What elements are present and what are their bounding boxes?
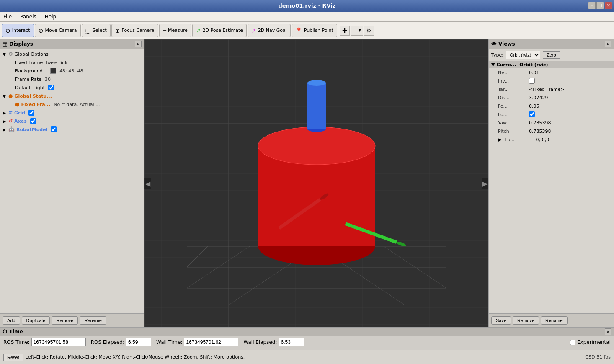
fo3-expand[interactable]: ▶ <box>498 137 501 142</box>
current-view-expand[interactable]: ▼ <box>491 62 495 67</box>
fo2-label: Fo... <box>498 112 527 117</box>
global-status-item[interactable]: ▼ ● Global Statu... <box>0 92 144 100</box>
views-prop-fo1[interactable]: Fo... 0.05 <box>495 102 614 110</box>
fixed-frame-status-item[interactable]: ● Fixed Fra... No tf data. Actual ... <box>7 100 144 108</box>
time-panel: ⏱ Time ✕ ROS Time: ROS Elapsed: Wall Tim… <box>0 327 614 350</box>
views-rename-button[interactable]: Rename <box>541 316 568 325</box>
global-status-icon: ● <box>8 93 13 99</box>
grid-item[interactable]: ▶ # Grid <box>0 108 144 117</box>
time-icon: ⏱ <box>3 329 8 335</box>
ros-elapsed-input[interactable] <box>126 338 151 346</box>
ros-time-field: ROS Time: <box>3 338 86 346</box>
axes-item[interactable]: ▶ ↺ Axes <box>0 117 144 125</box>
time-title: Time <box>9 329 23 335</box>
measure-button[interactable]: ═ Measure <box>159 24 191 37</box>
duplicate-button[interactable]: Duplicate <box>22 316 50 325</box>
global-options-label: Global Options <box>15 52 49 57</box>
views-prop-tar[interactable]: Tar... <Fixed Frame> <box>495 85 614 93</box>
global-status-expand[interactable]: ▼ <box>2 94 7 98</box>
rename-button[interactable]: Rename <box>80 316 106 325</box>
svg-point-16 <box>307 80 326 86</box>
default-light-item[interactable]: Default Light <box>7 83 144 92</box>
publish-point-icon: 📍 <box>295 27 302 34</box>
ros-time-label: ROS Time: <box>3 339 30 345</box>
time-close-button[interactable]: ✕ <box>605 328 611 335</box>
axes-checkbox[interactable] <box>30 118 36 124</box>
current-view-header: ▼ Curre... Orbit (rviz) <box>489 61 614 68</box>
menu-help[interactable]: Help <box>43 13 58 20</box>
views-save-button[interactable]: Save <box>491 316 511 325</box>
global-options-item[interactable]: ▼ ⚙ Global Options <box>0 50 144 58</box>
add-button[interactable]: Add <box>3 316 20 325</box>
background-label: Background... <box>15 68 47 74</box>
global-options-expand[interactable]: ▼ <box>2 52 7 57</box>
views-prop-dis[interactable]: Dis... 3.07429 <box>495 93 614 102</box>
axes-expand[interactable]: ▶ <box>2 119 7 124</box>
grid-checkbox[interactable] <box>28 110 34 116</box>
views-close-button[interactable]: ✕ <box>605 41 611 47</box>
grid-expand[interactable]: ▶ <box>2 111 7 115</box>
viewport-arrow-right[interactable]: ▶ <box>482 178 488 189</box>
current-view-label: Curre... <box>496 62 516 67</box>
svg-rect-15 <box>307 83 326 129</box>
views-type-select[interactable]: Orbit (rviz) <box>506 51 540 59</box>
publish-point-button[interactable]: 📍 Publish Point <box>292 24 337 37</box>
views-prop-fo2[interactable]: Fo... <box>495 110 614 119</box>
menu-file[interactable]: File <box>2 13 13 20</box>
fo1-label: Fo... <box>498 103 527 109</box>
wall-time-input[interactable] <box>184 338 238 346</box>
fo2-checkbox[interactable] <box>529 111 535 117</box>
global-options-children: Fixed Frame base_link Background... 48; … <box>7 58 144 92</box>
default-light-checkbox[interactable] <box>48 85 54 90</box>
views-prop-yaw[interactable]: Yaw 0.785398 <box>495 119 614 127</box>
focus-camera-button[interactable]: ⊕ Focus Camera <box>111 24 158 37</box>
add-display-button[interactable]: ✚ <box>340 26 350 36</box>
nav-goal-button[interactable]: ↗ 2D Nav Goal <box>248 24 291 37</box>
views-prop-pitch[interactable]: Pitch 0.785398 <box>495 127 614 135</box>
wall-elapsed-input[interactable] <box>279 338 304 346</box>
scene-container <box>144 39 488 327</box>
fixed-frame-item[interactable]: Fixed Frame base_link <box>7 58 144 67</box>
ros-time-input[interactable] <box>31 338 86 346</box>
viewport-arrow-left[interactable]: ◀ <box>144 178 151 189</box>
camera-settings-button[interactable]: ⚙ <box>364 26 374 36</box>
interact-button[interactable]: ⊕ Interact <box>2 24 34 37</box>
remove-button[interactable]: Remove <box>52 316 78 325</box>
focus-camera-icon: ⊕ <box>115 27 120 34</box>
views-prop-fo3[interactable]: ▶ Fo... 0; 0; 0 <box>495 135 614 144</box>
maximize-button[interactable]: □ <box>596 2 604 9</box>
displays-close-button[interactable]: ✕ <box>135 41 142 47</box>
pose-estimate-button[interactable]: ↗ 2D Pose Estimate <box>192 24 247 37</box>
time-panel-header: ⏱ Time ✕ <box>0 328 614 336</box>
fo3-value: 0; 0; 0 <box>536 137 550 142</box>
select-button[interactable]: ⬚ Select <box>82 24 111 37</box>
robot-model-label: RobotModel <box>16 127 47 132</box>
axes-icon: ↺ <box>8 118 13 124</box>
fixed-frame-status-value: No tf data. Actual ... <box>54 102 100 107</box>
ros-elapsed-field: ROS Elapsed: <box>91 338 151 346</box>
robot-model-checkbox[interactable] <box>51 126 57 132</box>
robot-model-expand[interactable]: ▶ <box>2 127 7 132</box>
views-prop-inv[interactable]: Inv... <box>495 77 614 85</box>
move-camera-button[interactable]: ⊕ Move Camera <box>35 24 81 37</box>
fps-unit: fps <box>604 354 611 360</box>
close-button[interactable]: ✕ <box>605 2 612 9</box>
minimize-button[interactable]: – <box>588 2 596 9</box>
inv-checkbox[interactable] <box>529 78 535 84</box>
3d-viewport[interactable]: ◀ ▶ <box>144 39 488 327</box>
views-remove-button[interactable]: Remove <box>513 316 539 325</box>
experimental-checkbox[interactable] <box>570 340 575 345</box>
reset-button[interactable]: Reset <box>3 354 23 361</box>
frame-rate-item[interactable]: Frame Rate 30 <box>7 75 144 83</box>
views-zero-button[interactable]: Zero <box>543 51 560 59</box>
window-controls: – □ ✕ <box>588 2 612 9</box>
experimental-label: Experimental <box>577 339 611 345</box>
robot-model-icon: 🤖 <box>8 126 15 132</box>
background-item[interactable]: Background... 48; 48; 48 <box>7 67 144 75</box>
zoom-minus-button[interactable]: — ▼ <box>351 26 363 36</box>
menu-panels[interactable]: Panels <box>18 13 38 20</box>
robot-model-item[interactable]: ▶ 🤖 RobotModel <box>0 125 144 134</box>
pitch-value: 0.785398 <box>529 129 551 134</box>
yaw-label: Yaw <box>498 120 527 126</box>
views-prop-ne[interactable]: Ne... 0.01 <box>495 68 614 77</box>
